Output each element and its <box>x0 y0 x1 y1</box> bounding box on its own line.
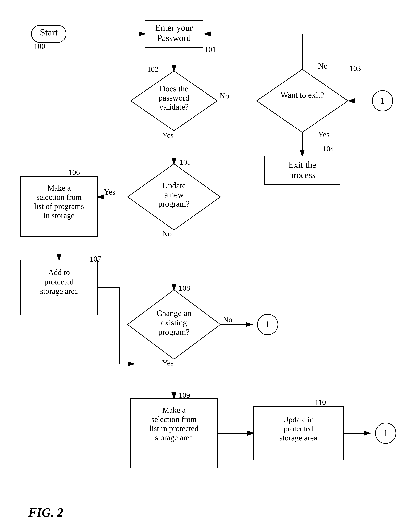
label-no-102: No <box>220 91 229 100</box>
label-yes-108: Yes <box>162 358 174 367</box>
figure-label: FIG. 2 <box>28 505 63 519</box>
change-existing-line2: existing <box>161 318 187 327</box>
node-107-label: 107 <box>90 255 101 263</box>
enter-password-line2: Password <box>157 33 191 43</box>
connector-1b-label: 1 <box>265 319 270 329</box>
node-102-label: 102 <box>147 65 159 73</box>
node-100-label: 100 <box>34 42 45 50</box>
make-sel-109-line3: list in protected <box>150 424 198 433</box>
node-105-label: 105 <box>179 158 191 166</box>
node-110-label: 110 <box>315 398 326 407</box>
svg-rect-31 <box>253 407 343 460</box>
start-label: Start <box>40 27 58 38</box>
does-validate-line2: password <box>159 93 189 102</box>
connector-1a-label: 1 <box>380 95 385 106</box>
change-existing-line1: Change an <box>157 309 191 318</box>
label-yes-105: Yes <box>104 188 115 196</box>
node-109-label: 109 <box>179 391 190 399</box>
enter-password-line1: Enter your <box>155 23 193 33</box>
add-protected-line1: Add to <box>48 268 70 277</box>
label-no-108: No <box>223 315 232 324</box>
add-protected-line3: storage area <box>40 287 78 295</box>
update-protected-line2: protected <box>284 424 313 433</box>
make-sel-106-line3: list of programs <box>34 202 84 211</box>
update-protected-line3: storage area <box>280 433 317 442</box>
make-sel-109-line1: Make a <box>162 406 186 415</box>
exit-process-line2: process <box>289 170 316 180</box>
add-protected-line2: protected <box>44 277 74 286</box>
node-104-label: 104 <box>323 144 334 153</box>
change-existing-line3: program? <box>158 328 189 336</box>
does-validate-line1: Does the <box>159 84 188 93</box>
want-exit-line1: Want to exit? <box>281 90 324 99</box>
connector-1c-label: 1 <box>383 428 388 438</box>
label-no-103: No <box>318 61 328 70</box>
flowchart-diagram: Start 100 Enter your Password 101 Does t… <box>0 0 412 532</box>
update-new-line2: a new <box>164 190 184 199</box>
make-sel-106-line1: Make a <box>47 183 71 192</box>
node-103-label: 103 <box>349 64 361 72</box>
node-108-label: 108 <box>179 284 190 292</box>
update-new-line1: Update <box>162 181 186 190</box>
exit-process-line1: Exit the <box>288 160 316 170</box>
node-101-label: 101 <box>205 45 216 54</box>
make-sel-106-line4: in storage <box>44 211 75 220</box>
node-106-label: 106 <box>68 168 80 176</box>
make-sel-106-line2: selection from <box>36 193 82 201</box>
update-protected-line1: Update in <box>283 415 314 424</box>
label-yes-102: Yes <box>162 131 174 140</box>
label-yes-103: Yes <box>318 130 329 139</box>
make-sel-109-line4: storage area <box>155 433 193 442</box>
make-sel-109-line2: selection from <box>151 415 197 424</box>
update-new-line3: program? <box>158 199 189 208</box>
does-validate-line3: validate? <box>159 102 189 111</box>
label-no-105: No <box>162 229 172 238</box>
